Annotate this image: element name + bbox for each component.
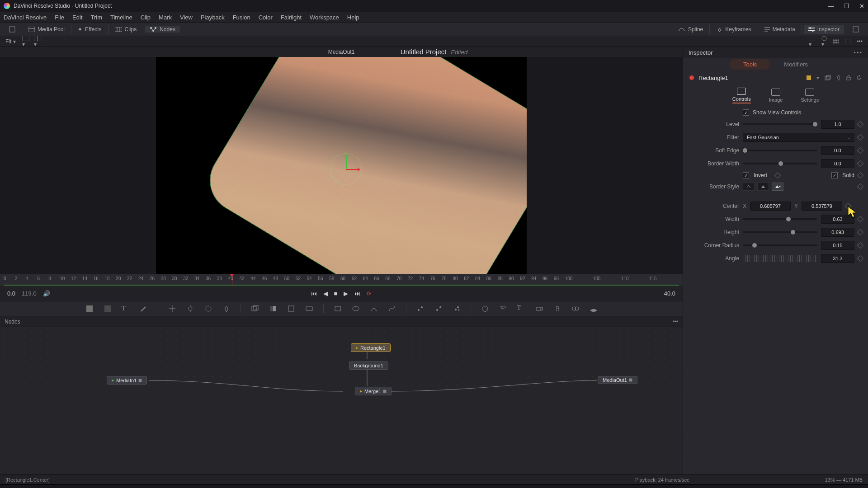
view-color-button[interactable]: ▾ — [821, 36, 827, 47]
softedge-value[interactable]: 0.0 — [821, 146, 854, 155]
view-grid-button[interactable] — [833, 39, 839, 44]
play-button[interactable]: ▶ — [344, 290, 348, 297]
tool-merge3d-icon[interactable] — [571, 305, 580, 313]
tool-render3d-icon[interactable] — [590, 305, 598, 313]
filter-keyframe[interactable] — [857, 134, 863, 141]
borderstyle-3-button[interactable] — [772, 183, 783, 191]
node-merge1[interactable]: ▸Merge1 — [355, 387, 392, 395]
tool-brightness-icon[interactable] — [186, 305, 194, 313]
tool-shape3d-icon[interactable] — [481, 305, 489, 313]
keyframes-button[interactable]: Keyframes — [712, 25, 755, 34]
center-x-value[interactable]: 0.605797 — [750, 202, 791, 211]
borderwidth-keyframe[interactable] — [857, 160, 863, 167]
tool-paint-icon[interactable] — [140, 305, 148, 313]
solid-keyframe[interactable] — [857, 172, 863, 178]
borderstyle-1-button[interactable] — [743, 183, 755, 191]
menu-edit[interactable]: Edit — [72, 14, 82, 21]
maximize-button[interactable]: ❐ — [844, 3, 849, 9]
view-onebyone-button[interactable] — [845, 39, 850, 44]
solid-checkbox[interactable]: ✓ — [831, 172, 838, 178]
tool-text3d-icon[interactable]: T — [517, 305, 525, 313]
tool-particles-icon[interactable] — [416, 305, 425, 313]
softedge-slider[interactable] — [743, 150, 817, 151]
invert-checkbox[interactable]: ✓ — [743, 172, 749, 178]
subtab-controls[interactable]: Controls — [732, 88, 751, 103]
tab-tools[interactable]: Tools — [730, 59, 770, 70]
node-color-swatch[interactable] — [807, 75, 811, 80]
borderstyle-2-button[interactable] — [757, 183, 769, 191]
filter-dropdown[interactable]: Fast Gaussian⌵ — [743, 133, 854, 142]
inspector-menu-button[interactable]: ••• — [854, 49, 863, 56]
tab-modifiers[interactable]: Modifiers — [770, 59, 821, 70]
corner-keyframe[interactable] — [857, 242, 863, 249]
stop-button[interactable]: ■ — [334, 290, 338, 297]
invert-keyframe[interactable] — [774, 172, 781, 178]
layout-split-button[interactable]: ▾ — [34, 36, 41, 47]
node-mediain1[interactable]: ▸MediaIn1 — [107, 376, 147, 385]
menu-playback[interactable]: Playback — [201, 14, 225, 21]
menu-davinci[interactable]: DaVinci Resolve — [4, 14, 47, 21]
center-keyframe[interactable] — [845, 203, 851, 209]
corner-value[interactable]: 0.15 — [821, 241, 854, 250]
center-y-value[interactable]: 0.537579 — [802, 202, 842, 211]
tool-transform-icon[interactable] — [287, 305, 295, 313]
borderstyle-keyframe[interactable] — [857, 183, 863, 190]
spline-button[interactable]: Spline — [674, 25, 708, 34]
level-slider[interactable] — [743, 123, 817, 125]
tool-light-icon[interactable] — [553, 305, 561, 313]
pin-icon[interactable] — [836, 75, 841, 81]
angle-value[interactable]: 31.3 — [821, 254, 854, 263]
tool-colorcorrect-icon[interactable] — [204, 305, 212, 313]
tool-polygon-mask-icon[interactable] — [370, 305, 378, 313]
menu-color[interactable]: Color — [259, 14, 273, 21]
versions-icon[interactable] — [825, 75, 831, 80]
corner-slider[interactable] — [743, 244, 817, 246]
expand-right-button[interactable] — [848, 25, 863, 34]
height-slider[interactable] — [743, 231, 817, 233]
inspector-button[interactable]: Inspector — [804, 25, 844, 34]
node-mediaout1[interactable]: MediaOut1 — [598, 376, 637, 384]
tool-blur-icon[interactable] — [222, 305, 231, 313]
menu-help[interactable]: Help — [347, 14, 359, 21]
audio-icon[interactable]: 🔊 — [43, 290, 50, 297]
expand-button[interactable] — [5, 26, 20, 33]
menu-fusion[interactable]: Fusion — [233, 14, 250, 21]
effects-button[interactable]: ✦Effects — [73, 26, 106, 33]
softedge-keyframe[interactable] — [857, 147, 863, 154]
current-time[interactable]: 40.0 — [664, 290, 675, 297]
clips-button[interactable]: Clips — [110, 26, 142, 33]
menu-file[interactable]: File — [55, 14, 64, 21]
menu-view[interactable]: View — [180, 14, 193, 21]
tool-bspline-mask-icon[interactable] — [388, 305, 396, 313]
menu-fairlight[interactable]: Fairlight — [281, 14, 302, 21]
tool-text-icon[interactable]: T — [122, 305, 130, 313]
fit-dropdown[interactable]: Fit ▾ — [5, 38, 16, 45]
nodes-menu-button[interactable]: ••• — [672, 319, 678, 325]
view-roi-button[interactable]: ▾ — [809, 36, 815, 47]
menu-workspace[interactable]: Workspace — [310, 14, 339, 21]
borderwidth-value[interactable]: 0.0 — [821, 159, 854, 168]
subtab-settings[interactable]: Settings — [801, 89, 819, 103]
show-view-controls-checkbox[interactable]: ✓ — [743, 109, 749, 116]
subtab-image[interactable]: Image — [769, 89, 783, 103]
minimize-button[interactable]: — — [828, 3, 834, 9]
loop-button[interactable]: ⟳ — [367, 290, 372, 297]
prev-frame-button[interactable]: ◀ — [323, 290, 328, 297]
level-keyframe[interactable] — [857, 121, 863, 127]
time-ruler[interactable]: 0246810121416182022242628303234363840424… — [0, 274, 683, 286]
view-more-button[interactable]: ••• — [857, 38, 863, 45]
height-keyframe[interactable] — [857, 229, 863, 235]
enable-node-toggle[interactable] — [689, 75, 694, 80]
menu-mark[interactable]: Mark — [159, 14, 172, 21]
node-background1[interactable]: Background1 — [349, 361, 388, 370]
viewer-canvas[interactable] — [0, 57, 683, 274]
tool-background-icon[interactable] — [85, 305, 94, 313]
node-rectangle1[interactable]: ▸Rectangle1 — [351, 343, 391, 352]
tool-rectangle-mask-icon[interactable] — [334, 305, 342, 313]
angle-thumbwheel[interactable] — [743, 255, 817, 262]
width-value[interactable]: 0.63 — [821, 215, 854, 224]
menu-trim[interactable]: Trim — [91, 14, 103, 21]
tool-fastnoise-icon[interactable] — [104, 305, 112, 313]
media-pool-button[interactable]: Media Pool — [24, 26, 69, 33]
height-value[interactable]: 0.693 — [821, 228, 854, 237]
